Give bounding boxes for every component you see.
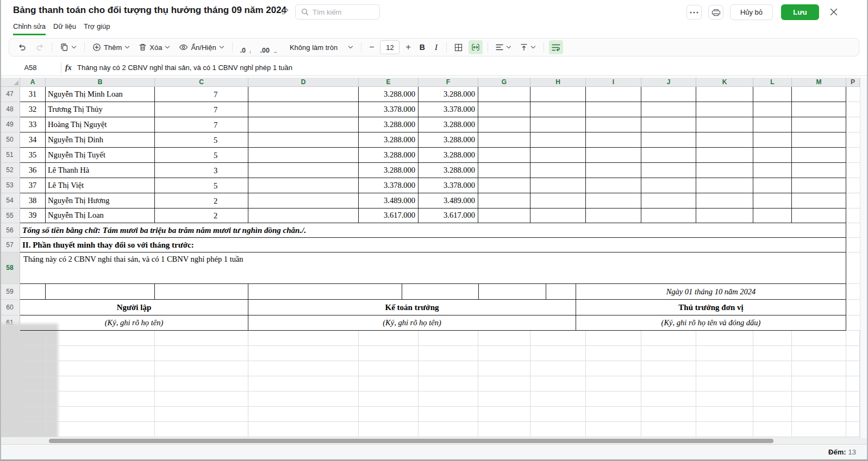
search-input[interactable]: Tìm kiếm (295, 4, 380, 20)
cell-D48[interactable] (248, 102, 359, 117)
edit-title-icon[interactable] (281, 7, 290, 16)
cell-L63[interactable] (753, 346, 792, 361)
cell-A56[interactable]: Tổng số tiền bằng chữ: Tám mươi ba triệu… (20, 223, 846, 238)
cell-A51[interactable]: 35 (20, 148, 46, 163)
cell-H50[interactable] (530, 132, 586, 148)
cell-G54[interactable] (478, 193, 530, 209)
cell-E67[interactable] (359, 407, 419, 422)
cell-J51[interactable] (641, 148, 696, 163)
cell-K52[interactable] (696, 163, 753, 178)
cell-M63[interactable] (792, 346, 846, 361)
cell-B66[interactable] (46, 391, 155, 407)
cell-F62[interactable] (419, 331, 478, 346)
cell-A63[interactable] (20, 346, 46, 361)
horizontal-scrollbar-thumb[interactable] (49, 439, 773, 443)
cell-59-1[interactable] (46, 284, 155, 300)
cell-F63[interactable] (419, 346, 478, 361)
cell-D53[interactable] (248, 178, 359, 193)
cell-F49[interactable]: 3.288.000 (419, 117, 478, 132)
cell-C48[interactable] (155, 102, 248, 117)
column-header-G[interactable]: G (478, 78, 530, 87)
cell-P58[interactable] (847, 252, 860, 284)
row-header-52[interactable]: 52 (0, 163, 20, 178)
font-size-increase-button[interactable]: + (403, 40, 413, 54)
cell-D64[interactable] (248, 361, 359, 376)
cell-E66[interactable] (359, 391, 419, 407)
cell-E51[interactable]: 3.288.000 (359, 148, 419, 163)
cell-F54[interactable]: 3.489.000 (419, 193, 478, 209)
cell-M68[interactable] (792, 422, 846, 437)
cell-M54[interactable] (792, 193, 846, 209)
wrap-text-button[interactable] (549, 40, 563, 54)
row-header-50[interactable]: 50 (0, 132, 20, 148)
cell-K55[interactable] (696, 209, 753, 223)
cell-F48[interactable]: 3.378.000 (419, 102, 478, 117)
cell-E65[interactable] (359, 376, 419, 391)
cell-M47[interactable] (792, 87, 846, 102)
cell-G64[interactable] (478, 361, 530, 376)
cell-B52[interactable]: Lê Thanh Hà (46, 163, 155, 178)
cell-K53[interactable] (696, 178, 753, 193)
cell-J68[interactable] (641, 422, 696, 437)
column-header-H[interactable]: H (530, 78, 586, 87)
cell-K62[interactable] (696, 331, 753, 346)
cell-E52[interactable]: 3.288.000 (359, 163, 419, 178)
cell-L53[interactable] (753, 178, 792, 193)
cell-F68[interactable] (419, 422, 478, 437)
borders-button[interactable] (452, 40, 465, 54)
cell-E53[interactable]: 3.378.000 (359, 178, 419, 193)
cell-C67[interactable] (155, 407, 248, 422)
cell-L52[interactable] (753, 163, 792, 178)
cell-E63[interactable] (359, 346, 419, 361)
cell-H63[interactable] (530, 346, 586, 361)
cell-B67[interactable] (46, 407, 155, 422)
column-header-P[interactable]: P (846, 78, 860, 87)
cell-D49[interactable] (248, 117, 359, 132)
row-header-54[interactable]: 54 (0, 193, 20, 209)
cell-M53[interactable] (792, 178, 846, 193)
cell-I53[interactable] (586, 178, 641, 193)
column-header-F[interactable]: F (419, 78, 478, 87)
cell-E55[interactable]: 3.617.000 (359, 209, 419, 223)
cell-B50[interactable]: Nguyễn Thị Dinh (46, 132, 155, 148)
cell-D54[interactable] (248, 193, 359, 209)
cell-B62[interactable] (46, 331, 155, 346)
cell-B54[interactable]: Nguyễn Thị Hương (46, 193, 155, 209)
select-all-corner[interactable] (0, 78, 20, 87)
cell-P60[interactable] (847, 300, 860, 315)
cell-G53[interactable] (478, 178, 530, 193)
cell-E68[interactable] (359, 422, 419, 437)
cell-H54[interactable] (530, 193, 586, 209)
formula-input[interactable]: Tháng này có 2 CBNV nghỉ thai sản, và có… (77, 60, 292, 76)
cell-I52[interactable] (586, 163, 641, 178)
cell-A49[interactable]: 33 (20, 117, 46, 132)
cell-C53[interactable] (155, 178, 248, 193)
cell-A66[interactable] (20, 391, 46, 407)
cell-L49[interactable] (753, 117, 792, 132)
cell-P50[interactable] (847, 132, 860, 148)
cell-H51[interactable] (530, 148, 586, 163)
cell-J52[interactable] (641, 163, 696, 178)
cell-B55[interactable]: Nguyễn Thị Loan (46, 209, 155, 223)
row-header-60[interactable]: 60 (0, 300, 20, 315)
cell-C49[interactable] (155, 117, 248, 132)
menu-item-edit[interactable]: Chỉnh sửa (13, 22, 46, 35)
cell-F67[interactable] (419, 407, 478, 422)
cell-J47[interactable] (641, 87, 696, 102)
column-header-I[interactable]: I (586, 78, 641, 87)
cell-F64[interactable] (419, 361, 478, 376)
cell-D68[interactable] (248, 422, 359, 437)
row-header-53[interactable]: 53 (0, 178, 20, 193)
cell-I48[interactable] (586, 102, 641, 117)
cell-G51[interactable] (478, 148, 530, 163)
cell-A65[interactable] (20, 376, 46, 391)
cell-G62[interactable] (478, 331, 530, 346)
cell-A48[interactable]: 32 (20, 102, 46, 117)
cell-59-4[interactable] (402, 284, 479, 300)
bold-button[interactable]: B (417, 40, 428, 54)
cell-P68[interactable] (846, 422, 860, 437)
signature-title-0[interactable]: Người lập (20, 300, 248, 315)
row-header-56[interactable]: 56 (0, 223, 20, 238)
cell-G66[interactable] (478, 391, 530, 407)
column-header-D[interactable]: D (248, 78, 359, 87)
